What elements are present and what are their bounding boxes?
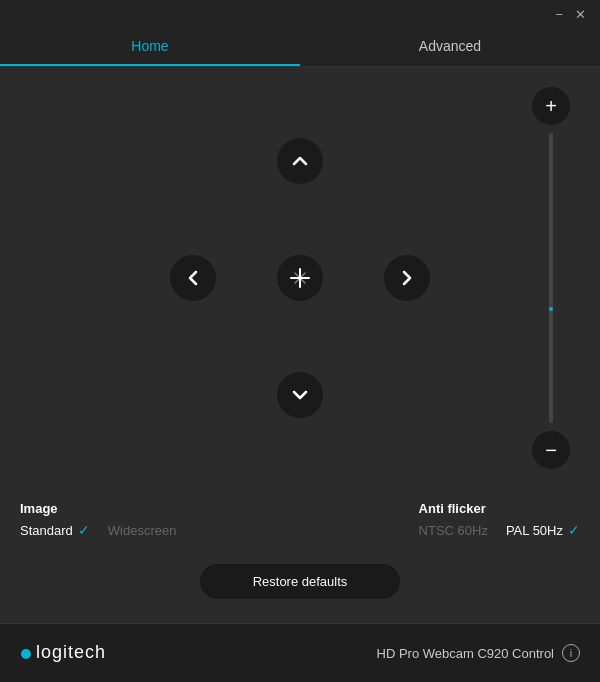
pan-area: + − — [0, 67, 600, 489]
antiflicker-options: NTSC 60Hz PAL 50Hz ✓ — [419, 522, 580, 538]
pan-right-button[interactable] — [384, 255, 430, 301]
image-label: Image — [20, 501, 300, 516]
antiflicker-settings-group: Anti flicker NTSC 60Hz PAL 50Hz ✓ — [419, 501, 580, 538]
antiflicker-pal-check: ✓ — [568, 522, 580, 538]
pan-down-button[interactable] — [277, 372, 323, 418]
image-option-standard[interactable]: Standard ✓ — [20, 522, 90, 538]
settings-section: Image Standard ✓ Widescreen Anti flicker — [0, 489, 600, 554]
logitech-logo: logitech — [20, 636, 130, 670]
info-icon-button[interactable]: i — [562, 644, 580, 662]
image-standard-label: Standard — [20, 523, 73, 538]
tab-advanced[interactable]: Advanced — [300, 28, 600, 66]
svg-text:logitech: logitech — [36, 642, 106, 662]
antiflicker-ntsc-label: NTSC 60Hz — [419, 523, 488, 538]
zoom-in-button[interactable]: + — [532, 87, 570, 125]
image-standard-check: ✓ — [78, 522, 90, 538]
image-settings-group: Image Standard ✓ Widescreen — [20, 501, 300, 538]
tab-bar: Home Advanced — [0, 28, 600, 67]
restore-section: Restore defaults — [0, 554, 600, 623]
zoom-track[interactable] — [549, 133, 553, 423]
settings-row: Image Standard ✓ Widescreen Anti flicker — [20, 501, 580, 538]
device-name-label: HD Pro Webcam C920 Control — [377, 646, 555, 661]
device-info: HD Pro Webcam C920 Control i — [377, 644, 581, 662]
zoom-thumb — [549, 133, 553, 307]
antiflicker-pal-label: PAL 50Hz — [506, 523, 563, 538]
main-content: + − Image Standard ✓ Widescreen — [0, 67, 600, 623]
pan-controls — [170, 138, 430, 418]
zoom-thumb-indicator — [549, 307, 553, 311]
svg-point-5 — [21, 649, 31, 659]
pan-center-button[interactable] — [277, 255, 323, 301]
tab-home[interactable]: Home — [0, 28, 300, 66]
zoom-slider-container: + − — [532, 87, 570, 469]
antiflicker-option-pal[interactable]: PAL 50Hz ✓ — [506, 522, 580, 538]
antiflicker-label: Anti flicker — [419, 501, 580, 516]
image-option-widescreen[interactable]: Widescreen — [108, 523, 177, 538]
footer: logitech HD Pro Webcam C920 Control i — [0, 623, 600, 682]
antiflicker-option-ntsc[interactable]: NTSC 60Hz — [419, 523, 488, 538]
pan-up-button[interactable] — [277, 138, 323, 184]
minimize-button[interactable]: − — [549, 6, 569, 23]
pan-left-button[interactable] — [170, 255, 216, 301]
title-bar: − ✕ — [0, 0, 600, 28]
image-options: Standard ✓ Widescreen — [20, 522, 300, 538]
image-widescreen-label: Widescreen — [108, 523, 177, 538]
zoom-out-button[interactable]: − — [532, 431, 570, 469]
close-button[interactable]: ✕ — [569, 6, 592, 23]
restore-defaults-button[interactable]: Restore defaults — [200, 564, 400, 599]
info-icon: i — [570, 647, 572, 659]
